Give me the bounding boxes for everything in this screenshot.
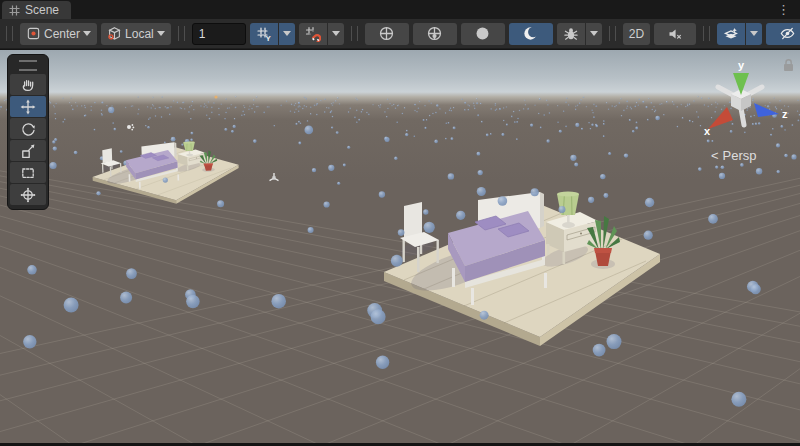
- tool-rotate[interactable]: [10, 118, 46, 139]
- tool-view-hand[interactable]: [10, 74, 46, 95]
- tool-palette-overlay: [7, 54, 49, 210]
- bug-icon: [563, 26, 579, 42]
- chevron-down-icon: [590, 31, 598, 36]
- toolbar-group-handle[interactable]: [703, 26, 710, 41]
- tool-transform[interactable]: [10, 184, 46, 205]
- speaker-muted-icon: [667, 26, 683, 42]
- hand-icon: [20, 77, 36, 93]
- chevron-down-icon: [83, 31, 91, 36]
- debug-overlay-dropdown[interactable]: [586, 23, 602, 45]
- pivot-center-icon: [26, 26, 41, 41]
- scale-icon: [20, 143, 36, 159]
- move-icon: [20, 99, 36, 115]
- grid-tab-icon: [9, 5, 20, 16]
- grid-snap-button[interactable]: [299, 23, 327, 45]
- scene-toolbar: Center Local Y: [0, 19, 800, 49]
- toolbar-group-handle[interactable]: [178, 26, 185, 41]
- scene-viewport[interactable]: [0, 50, 800, 443]
- pivot-mode-dropdown[interactable]: Center: [20, 23, 97, 45]
- tool-move[interactable]: [10, 96, 46, 117]
- 2d-mode-button[interactable]: 2D: [623, 23, 650, 45]
- 2d-label: 2D: [629, 27, 644, 41]
- grid-axis-icon: Y: [256, 26, 272, 42]
- grid-visibility-dropdown[interactable]: [279, 23, 295, 45]
- chevron-down-icon: [283, 31, 291, 36]
- unity-scene-window: y z x <Persp Scene ⋮ Center: [0, 0, 800, 446]
- chevron-down-icon: [750, 31, 758, 36]
- shading-flat-button[interactable]: [461, 23, 505, 45]
- eye-slash-icon: [779, 25, 796, 42]
- chevron-down-icon: [332, 31, 340, 36]
- chevron-down-icon: [157, 31, 165, 36]
- audio-mute-button[interactable]: [654, 23, 696, 45]
- local-cube-icon: [107, 26, 122, 41]
- effects-button[interactable]: [717, 23, 745, 45]
- tab-bar: Scene ⋮: [0, 0, 800, 19]
- overflow-menu-icon[interactable]: ⋮: [777, 1, 790, 18]
- grid-size-input[interactable]: [192, 23, 246, 45]
- grid-snap-dropdown[interactable]: [328, 23, 344, 45]
- flat-sphere-icon: [474, 25, 491, 42]
- tab-scene[interactable]: Scene: [2, 1, 71, 19]
- shading-wireframe-button[interactable]: [365, 23, 409, 45]
- rect-tool-icon: [20, 165, 36, 181]
- pivot-mode-value: Center: [44, 27, 80, 41]
- snap-magnet-icon: [305, 26, 321, 42]
- toolbar-group-handle[interactable]: [351, 26, 358, 41]
- toolbar-drag-handle[interactable]: [6, 26, 13, 41]
- rotate-icon: [20, 121, 36, 137]
- tab-label: Scene: [25, 3, 59, 17]
- grid-visibility-button[interactable]: Y: [250, 23, 278, 45]
- tool-rect[interactable]: [10, 162, 46, 183]
- rotation-mode-dropdown[interactable]: Local: [101, 23, 171, 45]
- tool-scale[interactable]: [10, 140, 46, 161]
- debug-overlay-button[interactable]: [557, 23, 585, 45]
- rotation-mode-value: Local: [125, 27, 154, 41]
- shading-shaded-wire-button[interactable]: [413, 23, 457, 45]
- toolbar-group-handle[interactable]: [609, 26, 616, 41]
- wire-sphere-icon: [378, 25, 395, 42]
- svg-text:Y: Y: [265, 34, 271, 42]
- shaded-sphere-icon: [426, 25, 443, 42]
- overlay-drag-handle[interactable]: [19, 60, 37, 71]
- effects-layers-icon: [723, 26, 739, 42]
- transform-icon: [20, 187, 36, 203]
- scene-lighting-button[interactable]: [509, 23, 553, 45]
- scene-visibility-button[interactable]: [766, 23, 800, 45]
- crescent-moon-icon: [522, 25, 539, 42]
- effects-dropdown[interactable]: [746, 23, 762, 45]
